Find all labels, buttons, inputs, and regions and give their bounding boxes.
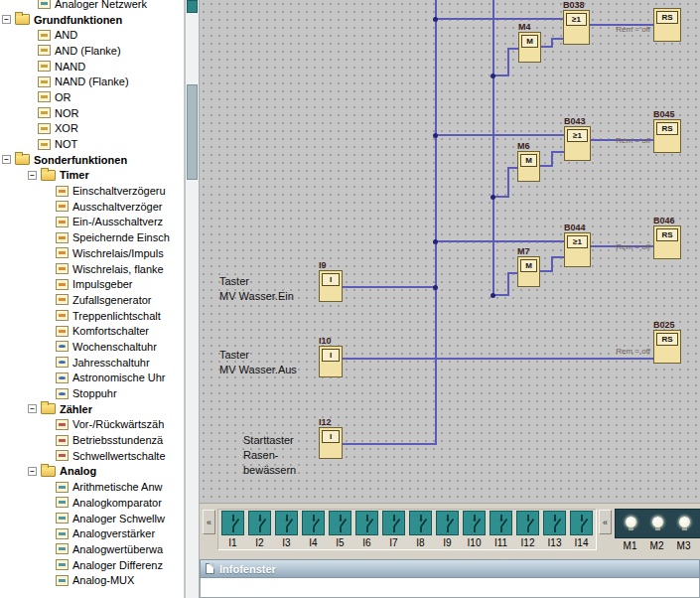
info-window-header[interactable]: Infofenster (200, 559, 700, 578)
junction-dot (490, 293, 495, 298)
tree-label: Treppenlichtschalt (72, 310, 161, 322)
tree-item-analogverst-rker[interactable]: Analogverstärker (0, 525, 185, 541)
fbd-block-b043[interactable]: B043≥1 (564, 126, 591, 161)
input-toggle-i3[interactable]: I3 (273, 511, 300, 548)
tree-item-treppenlichtschalt[interactable]: Treppenlichtschalt (0, 308, 185, 324)
tree-item-ausschaltverz-ger[interactable]: Ausschaltverzöger (0, 199, 185, 215)
tree-label: NOR (55, 107, 78, 119)
block-comment[interactable]: TasterMV Wasser.Aus (219, 348, 297, 377)
fbd-block-b046[interactable]: B046RSRem = off (653, 225, 681, 259)
input-toggle-i10[interactable]: I10 (461, 511, 488, 548)
fbd-block-i9[interactable]: I9I (319, 270, 343, 302)
tree-item-impulsgeber[interactable]: Impulsgeber (0, 276, 185, 292)
wire (551, 38, 563, 40)
input-label: I14 (575, 537, 589, 548)
tree-item-analoger-differenz[interactable]: Analoger Differenz (0, 557, 185, 573)
tree-item-nand-flanke-[interactable]: NAND (Flanke) (0, 74, 185, 89)
tree-folder-timer[interactable]: −Timer (0, 168, 185, 184)
expander-icon[interactable]: − (28, 171, 37, 180)
input-toggle-i13[interactable]: I13 (541, 511, 568, 548)
tree-item-stoppuhr[interactable]: Stoppuhr (0, 385, 185, 401)
tree-item-speichernde-einsch[interactable]: Speichernde Einsch (0, 229, 185, 245)
block-id-label: M7 (517, 246, 530, 256)
tree-item-or[interactable]: OR (0, 89, 185, 105)
tree-label: Astronomische Uhr (72, 372, 166, 383)
junction-dot (433, 239, 438, 244)
tree-scrollbar[interactable] (185, 0, 200, 598)
input-toggle-i6[interactable]: I6 (353, 511, 380, 548)
switch-icon (516, 511, 539, 535)
fbd-block-b025[interactable]: B025RSRem = off (653, 330, 681, 364)
input-toggle-i9[interactable]: I9 (434, 511, 461, 548)
block-comment[interactable]: TasterMV Wasser.Ein (219, 274, 294, 304)
fbd-block-b045[interactable]: B045RSRem = off (653, 119, 681, 153)
tree-item-komfortschalter[interactable]: Komfortschalter (0, 323, 185, 339)
tree-item-analog-mux[interactable]: Analog-MUX (0, 572, 185, 588)
input-toggle-i14[interactable]: I14 (568, 511, 595, 548)
tree-item-and[interactable]: AND (0, 27, 185, 43)
scrollbar-top-button[interactable] (187, 0, 198, 13)
tree-item-einschaltverz-geru[interactable]: Einschaltverzögeru (0, 183, 185, 199)
input-toggle-i1[interactable]: I1 (219, 511, 246, 548)
fbd-block-m7[interactable]: M7M (517, 256, 540, 287)
tree-item-xor[interactable]: XOR (0, 121, 185, 137)
expander-icon[interactable]: − (2, 155, 11, 164)
input-toggle-i2[interactable]: I2 (246, 511, 273, 548)
tree-item-and-flanke-[interactable]: AND (Flanke) (0, 43, 185, 59)
fbd-block-b038[interactable]: B038≥1 (563, 10, 590, 45)
tree-item-ein-ausschaltverz[interactable]: Ein-/Ausschaltverz (0, 215, 185, 230)
fbd-block-m6[interactable]: M6M (517, 151, 540, 182)
clock-icon (56, 373, 69, 383)
tree-item-astronomische-uhr[interactable]: Astronomische Uhr (0, 371, 185, 386)
tree-folder-analog[interactable]: −Analog (0, 464, 185, 480)
tree-item-schwellwertschalte[interactable]: Schwellwertschalte (0, 448, 185, 464)
fbd-block-m4[interactable]: M4M (518, 32, 541, 63)
function-tree-panel: Analoger Netzwerk−GrundfunktionenANDAND … (0, 0, 185, 598)
fbd-block-i12[interactable]: I12I (319, 427, 343, 459)
tree-item-zufallsgenerator[interactable]: Zufallsgenerator (0, 292, 185, 308)
expander-icon[interactable]: − (28, 467, 37, 476)
tree-item-wochenschaltuhr[interactable]: Wochenschaltuhr (0, 339, 185, 355)
expander-icon[interactable]: − (28, 404, 37, 413)
input-toggle-i5[interactable]: I5 (327, 511, 353, 548)
tree-item-nor[interactable]: NOR (0, 105, 185, 121)
input-toggle-i7[interactable]: I7 (380, 511, 407, 548)
expander-icon[interactable]: − (2, 15, 11, 24)
fbd-block-i10[interactable]: I10I (319, 346, 343, 377)
input-toggle-i4[interactable]: I4 (300, 511, 327, 548)
fbd-block-b044[interactable]: B044≥1 (564, 232, 591, 267)
tree-item-vor-r-ckw-rtsz-h[interactable]: Vor-/Rückwärtszäh (0, 417, 185, 433)
wire (343, 443, 437, 445)
input-toggle-i12[interactable]: I12 (514, 511, 541, 548)
block-id-label: B038 (563, 0, 585, 10)
tree-folder-sonderfunktionen[interactable]: −Sonderfunktionen (0, 152, 185, 168)
tree-folder-grundfunktionen[interactable]: −Grundfunktionen (0, 12, 185, 28)
fbd-canvas[interactable]: M4MB038≥1RSRem = offB043≥1B045RSRem = of… (200, 0, 700, 503)
tree-label: Impulsgeber (72, 278, 133, 290)
tree-item-wischrelais-flanke[interactable]: Wischrelais, flanke (0, 261, 185, 277)
wire (507, 272, 509, 296)
switch-icon (355, 511, 378, 535)
scrollbar-thumb[interactable] (187, 84, 198, 180)
tree-folder-z-hler[interactable]: −Zähler (0, 401, 185, 417)
tree-item-nand[interactable]: NAND (0, 59, 185, 75)
tree-item-arithmetische-anw[interactable]: Arithmetische Anw (0, 479, 185, 495)
tree-item-analoger-netzwerk[interactable]: Analoger Netzwerk (0, 0, 185, 12)
tree-label: Timer (60, 169, 89, 181)
block-comment[interactable]: StarttasterRasen-bewässern (243, 433, 296, 478)
io-scroll-right-button[interactable]: « (599, 510, 612, 534)
input-toggle-i8[interactable]: I8 (407, 511, 434, 548)
input-toggle-i11[interactable]: I11 (488, 511, 514, 548)
wire (551, 256, 564, 258)
tree-item-betriebsstundenz-[interactable]: Betriebsstundenzä (0, 432, 185, 448)
tree-item-not[interactable]: NOT (0, 136, 185, 152)
tree-item-wischrelais-impuls[interactable]: Wischrelais/Impuls (0, 245, 185, 261)
tree-item-jahresschaltuhr[interactable]: Jahresschaltuhr (0, 355, 185, 371)
input-label: I10 (468, 537, 482, 548)
tree-item-analoger-schwellw[interactable]: Analoger Schwellw (0, 511, 185, 526)
tree-item-analogkomparator[interactable]: Analogkomparator (0, 495, 185, 511)
io-scroll-left-button[interactable]: « (203, 510, 215, 534)
tree-item-analogwert-berwa[interactable]: Analogwertüberwa (0, 541, 185, 557)
fbd-block[interactable]: RSRem = off (653, 8, 681, 42)
block-symbol: ≥1 (567, 129, 588, 142)
